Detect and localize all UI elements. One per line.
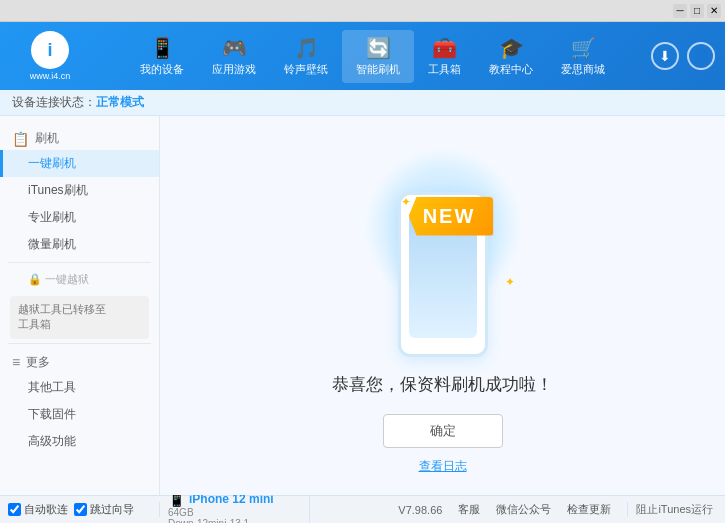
status-value: 正常模式 <box>96 94 144 111</box>
version-label: V7.98.66 <box>398 504 442 516</box>
wechat-link[interactable]: 微信公众号 <box>496 502 551 517</box>
nav-apps-games-label: 应用游戏 <box>212 62 256 77</box>
nav-apps-games[interactable]: 🎮 应用游戏 <box>198 30 270 83</box>
status-prefix: 设备连接状态： <box>12 94 96 111</box>
notice-line2: 工具箱 <box>18 317 141 332</box>
bottom-bar: 自动歌连 跳过向导 📱 iPhone 12 mini 64GB Down-12m… <box>0 495 725 523</box>
header: i www.i4.cn 📱 我的设备 🎮 应用游戏 🎵 铃声壁纸 🔄 智能刷机 … <box>0 22 725 90</box>
success-illustration: NEW ✦ ✦ <box>343 137 543 357</box>
logo-icon: i <box>31 31 69 69</box>
sidebar-item-itunes-flash[interactable]: iTunes刷机 <box>0 177 159 204</box>
logo-url: www.i4.cn <box>30 71 71 81</box>
nav-store-label: 爱思商城 <box>561 62 605 77</box>
itunes-status: 阻止iTunes运行 <box>627 502 713 517</box>
nav-my-device[interactable]: 📱 我的设备 <box>126 30 198 83</box>
smart-flash-icon: 🔄 <box>366 36 391 60</box>
nav-tutorial[interactable]: 🎓 教程中心 <box>475 30 547 83</box>
nav-smart-flash-label: 智能刷机 <box>356 62 400 77</box>
header-right: ⬇ 👤 <box>645 42 725 70</box>
auto-connect-input[interactable] <box>8 503 21 516</box>
bottom-right: V7.98.66 客服 微信公众号 检查更新 阻止iTunes运行 <box>310 502 725 517</box>
sidebar-item-save-flash[interactable]: 微量刷机 <box>0 231 159 258</box>
bottom-checkboxes: 自动歌连 跳过向导 <box>0 502 160 517</box>
one-click-flash-label: 一键刷机 <box>28 156 76 170</box>
nav-my-device-label: 我的设备 <box>140 62 184 77</box>
maximize-button[interactable]: □ <box>690 4 704 18</box>
pro-flash-label: 专业刷机 <box>28 210 76 224</box>
support-link[interactable]: 客服 <box>458 502 480 517</box>
nav-bar: 📱 我的设备 🎮 应用游戏 🎵 铃声壁纸 🔄 智能刷机 🧰 工具箱 🎓 教程中心… <box>100 30 645 83</box>
toolbox-icon: 🧰 <box>432 36 457 60</box>
sidebar-item-one-click-flash[interactable]: 一键刷机 <box>0 150 159 177</box>
confirm-button[interactable]: 确定 <box>383 414 503 448</box>
more-section-label: 更多 <box>26 354 50 371</box>
sidebar-item-jailbreak: 🔒 一键越狱 <box>0 267 159 292</box>
sidebar: 📋 刷机 一键刷机 iTunes刷机 专业刷机 微量刷机 🔒 一键越狱 越狱工具… <box>0 116 160 495</box>
skip-wizard-label: 跳过向导 <box>90 502 134 517</box>
sidebar-item-advanced[interactable]: 高级功能 <box>0 428 159 455</box>
apps-games-icon: 🎮 <box>222 36 247 60</box>
user-button[interactable]: 👤 <box>687 42 715 70</box>
nav-ringtones-label: 铃声壁纸 <box>284 62 328 77</box>
download-fw-label: 下载固件 <box>28 407 76 421</box>
other-tools-label: 其他工具 <box>28 380 76 394</box>
update-link[interactable]: 检查更新 <box>567 502 611 517</box>
success-title: 恭喜您，保资料刷机成功啦！ <box>332 373 553 396</box>
sidebar-flash-section[interactable]: 📋 刷机 <box>0 124 159 150</box>
advanced-label: 高级功能 <box>28 434 76 448</box>
notice-line1: 越狱工具已转移至 <box>18 302 141 317</box>
save-flash-label: 微量刷机 <box>28 237 76 251</box>
nav-ringtones[interactable]: 🎵 铃声壁纸 <box>270 30 342 83</box>
device-storage: 64GB <box>168 507 301 518</box>
skip-wizard-input[interactable] <box>74 503 87 516</box>
my-device-icon: 📱 <box>150 36 175 60</box>
sidebar-jailbreak-notice: 越狱工具已转移至 工具箱 <box>10 296 149 339</box>
sidebar-more-section: ≡ 更多 <box>0 348 159 374</box>
flash-section-icon: 📋 <box>12 131 29 147</box>
minimize-button[interactable]: ─ <box>673 4 687 18</box>
main-layout: 📋 刷机 一键刷机 iTunes刷机 专业刷机 微量刷机 🔒 一键越狱 越狱工具… <box>0 116 725 495</box>
sidebar-divider-1 <box>8 262 151 263</box>
flash-section-label: 刷机 <box>35 130 59 147</box>
new-stars-right: ✦ <box>505 275 515 289</box>
new-stars-left: ✦ <box>401 195 411 209</box>
more-section-icon: ≡ <box>12 354 20 370</box>
view-log-link[interactable]: 查看日志 <box>419 458 467 475</box>
logo-area[interactable]: i www.i4.cn <box>0 23 100 89</box>
nav-tutorial-label: 教程中心 <box>489 62 533 77</box>
device-firmware: Down-12mini-13,1 <box>168 518 301 524</box>
sidebar-item-pro-flash[interactable]: 专业刷机 <box>0 204 159 231</box>
skip-wizard-checkbox[interactable]: 跳过向导 <box>74 502 134 517</box>
nav-toolbox-label: 工具箱 <box>428 62 461 77</box>
ringtones-icon: 🎵 <box>294 36 319 60</box>
content-area: NEW ✦ ✦ 恭喜您，保资料刷机成功啦！ 确定 查看日志 <box>160 116 725 495</box>
status-bar: 设备连接状态： 正常模式 <box>0 90 725 116</box>
nav-smart-flash[interactable]: 🔄 智能刷机 <box>342 30 414 83</box>
sidebar-divider-2 <box>8 343 151 344</box>
itunes-flash-label: iTunes刷机 <box>28 183 88 197</box>
tutorial-icon: 🎓 <box>499 36 524 60</box>
download-button[interactable]: ⬇ <box>651 42 679 70</box>
close-button[interactable]: ✕ <box>707 4 721 18</box>
store-icon: 🛒 <box>571 36 596 60</box>
nav-toolbox[interactable]: 🧰 工具箱 <box>414 30 475 83</box>
title-bar: ─ □ ✕ <box>0 0 725 22</box>
nav-store[interactable]: 🛒 爱思商城 <box>547 30 619 83</box>
auto-connect-checkbox[interactable]: 自动歌连 <box>8 502 68 517</box>
sidebar-item-other-tools[interactable]: 其他工具 <box>0 374 159 401</box>
sidebar-item-download-fw[interactable]: 下载固件 <box>0 401 159 428</box>
auto-connect-label: 自动歌连 <box>24 502 68 517</box>
new-badge: NEW <box>409 197 494 236</box>
